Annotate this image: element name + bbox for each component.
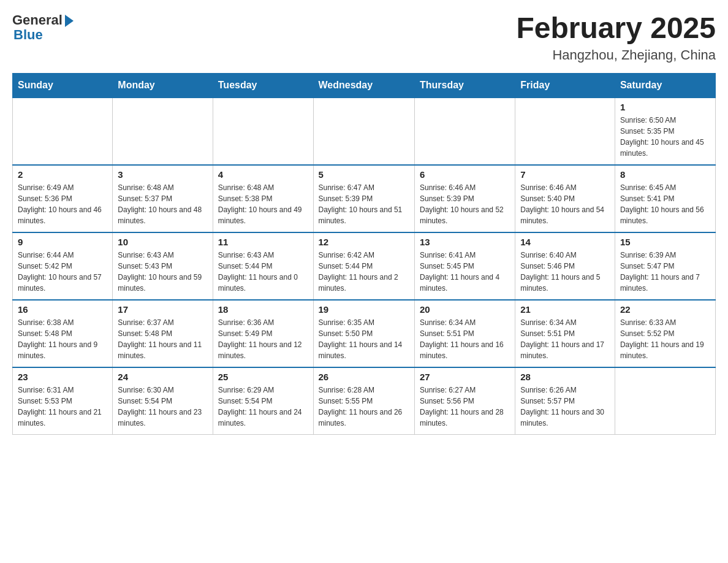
day-info: Sunrise: 6:26 AM Sunset: 5:57 PM Dayligh…: [520, 385, 610, 429]
calendar-cell-4-2: 25Sunrise: 6:29 AM Sunset: 5:54 PM Dayli…: [213, 367, 313, 435]
day-info: Sunrise: 6:43 AM Sunset: 5:43 PM Dayligh…: [118, 250, 207, 294]
calendar-cell-0-3: [313, 98, 414, 165]
calendar-cell-1-0: 2Sunrise: 6:49 AM Sunset: 5:36 PM Daylig…: [13, 165, 113, 232]
day-info: Sunrise: 6:50 AM Sunset: 5:35 PM Dayligh…: [620, 115, 710, 159]
day-info: Sunrise: 6:48 AM Sunset: 5:38 PM Dayligh…: [218, 182, 308, 226]
day-number: 5: [319, 169, 409, 180]
day-number: 17: [118, 304, 207, 315]
calendar-cell-3-2: 18Sunrise: 6:36 AM Sunset: 5:49 PM Dayli…: [213, 300, 313, 367]
day-info: Sunrise: 6:48 AM Sunset: 5:37 PM Dayligh…: [118, 182, 207, 226]
col-saturday: Saturday: [615, 73, 715, 98]
logo-general-text: General: [12, 12, 63, 28]
calendar-cell-2-0: 9Sunrise: 6:44 AM Sunset: 5:42 PM Daylig…: [13, 232, 113, 300]
day-info: Sunrise: 6:47 AM Sunset: 5:39 PM Dayligh…: [319, 182, 409, 226]
day-info: Sunrise: 6:40 AM Sunset: 5:46 PM Dayligh…: [520, 250, 610, 294]
calendar-cell-3-4: 20Sunrise: 6:34 AM Sunset: 5:51 PM Dayli…: [414, 300, 515, 367]
calendar-cell-4-0: 23Sunrise: 6:31 AM Sunset: 5:53 PM Dayli…: [13, 367, 113, 435]
day-info: Sunrise: 6:49 AM Sunset: 5:36 PM Dayligh…: [18, 182, 107, 226]
day-info: Sunrise: 6:37 AM Sunset: 5:48 PM Dayligh…: [118, 317, 207, 361]
calendar-cell-2-2: 11Sunrise: 6:43 AM Sunset: 5:44 PM Dayli…: [213, 232, 313, 300]
day-info: Sunrise: 6:31 AM Sunset: 5:53 PM Dayligh…: [18, 385, 107, 429]
day-info: Sunrise: 6:29 AM Sunset: 5:54 PM Dayligh…: [218, 385, 308, 429]
calendar-header-row: Sunday Monday Tuesday Wednesday Thursday…: [13, 73, 716, 98]
calendar-cell-4-5: 28Sunrise: 6:26 AM Sunset: 5:57 PM Dayli…: [515, 367, 615, 435]
day-number: 23: [18, 372, 107, 382]
calendar-cell-2-4: 13Sunrise: 6:41 AM Sunset: 5:45 PM Dayli…: [414, 232, 515, 300]
day-number: 26: [319, 372, 409, 382]
week-row-5: 23Sunrise: 6:31 AM Sunset: 5:53 PM Dayli…: [13, 367, 716, 435]
day-info: Sunrise: 6:27 AM Sunset: 5:56 PM Dayligh…: [420, 385, 510, 429]
day-info: Sunrise: 6:41 AM Sunset: 5:45 PM Dayligh…: [420, 250, 510, 294]
day-number: 14: [520, 237, 610, 247]
day-number: 1: [620, 102, 710, 112]
day-number: 20: [420, 304, 510, 315]
calendar-cell-0-2: [213, 98, 313, 165]
calendar-cell-3-6: 22Sunrise: 6:33 AM Sunset: 5:52 PM Dayli…: [615, 300, 715, 367]
calendar-cell-2-6: 15Sunrise: 6:39 AM Sunset: 5:47 PM Dayli…: [615, 232, 715, 300]
calendar-cell-1-5: 7Sunrise: 6:46 AM Sunset: 5:40 PM Daylig…: [515, 165, 615, 232]
day-number: 13: [420, 237, 510, 247]
day-number: 11: [218, 237, 308, 247]
page-header: General Blue February 2025 Hangzhou, Zhe…: [12, 12, 716, 63]
day-info: Sunrise: 6:30 AM Sunset: 5:54 PM Dayligh…: [118, 385, 207, 429]
calendar-cell-0-1: [113, 98, 213, 165]
day-number: 28: [520, 372, 610, 382]
col-sunday: Sunday: [13, 73, 113, 98]
calendar-table: Sunday Monday Tuesday Wednesday Thursday…: [12, 73, 716, 435]
calendar-cell-2-3: 12Sunrise: 6:42 AM Sunset: 5:44 PM Dayli…: [313, 232, 414, 300]
week-row-1: 1Sunrise: 6:50 AM Sunset: 5:35 PM Daylig…: [13, 98, 716, 165]
calendar-cell-0-5: [515, 98, 615, 165]
calendar-cell-4-4: 27Sunrise: 6:27 AM Sunset: 5:56 PM Dayli…: [414, 367, 515, 435]
location-subtitle: Hangzhou, Zhejiang, China: [516, 47, 716, 63]
calendar-cell-3-5: 21Sunrise: 6:34 AM Sunset: 5:51 PM Dayli…: [515, 300, 615, 367]
col-tuesday: Tuesday: [213, 73, 313, 98]
day-number: 2: [18, 169, 107, 180]
logo-arrow-icon: [65, 15, 74, 27]
calendar-cell-4-6: [615, 367, 715, 435]
calendar-cell-1-2: 4Sunrise: 6:48 AM Sunset: 5:38 PM Daylig…: [213, 165, 313, 232]
day-info: Sunrise: 6:38 AM Sunset: 5:48 PM Dayligh…: [18, 317, 107, 361]
title-block: February 2025 Hangzhou, Zhejiang, China: [516, 12, 716, 63]
day-info: Sunrise: 6:39 AM Sunset: 5:47 PM Dayligh…: [620, 250, 710, 294]
day-number: 22: [620, 304, 710, 315]
day-number: 24: [118, 372, 207, 382]
day-number: 18: [218, 304, 308, 315]
day-info: Sunrise: 6:42 AM Sunset: 5:44 PM Dayligh…: [319, 250, 409, 294]
day-info: Sunrise: 6:46 AM Sunset: 5:39 PM Dayligh…: [420, 182, 510, 226]
day-info: Sunrise: 6:46 AM Sunset: 5:40 PM Dayligh…: [520, 182, 610, 226]
calendar-cell-1-1: 3Sunrise: 6:48 AM Sunset: 5:37 PM Daylig…: [113, 165, 213, 232]
day-number: 8: [620, 169, 710, 180]
week-row-2: 2Sunrise: 6:49 AM Sunset: 5:36 PM Daylig…: [13, 165, 716, 232]
col-monday: Monday: [113, 73, 213, 98]
month-year-title: February 2025: [516, 12, 716, 45]
day-number: 15: [620, 237, 710, 247]
day-info: Sunrise: 6:35 AM Sunset: 5:50 PM Dayligh…: [319, 317, 409, 361]
calendar-cell-1-4: 6Sunrise: 6:46 AM Sunset: 5:39 PM Daylig…: [414, 165, 515, 232]
day-info: Sunrise: 6:33 AM Sunset: 5:52 PM Dayligh…: [620, 317, 710, 361]
calendar-cell-4-3: 26Sunrise: 6:28 AM Sunset: 5:55 PM Dayli…: [313, 367, 414, 435]
week-row-3: 9Sunrise: 6:44 AM Sunset: 5:42 PM Daylig…: [13, 232, 716, 300]
calendar-cell-2-5: 14Sunrise: 6:40 AM Sunset: 5:46 PM Dayli…: [515, 232, 615, 300]
col-wednesday: Wednesday: [313, 73, 414, 98]
day-info: Sunrise: 6:34 AM Sunset: 5:51 PM Dayligh…: [520, 317, 610, 361]
day-info: Sunrise: 6:43 AM Sunset: 5:44 PM Dayligh…: [218, 250, 308, 294]
col-thursday: Thursday: [414, 73, 515, 98]
day-info: Sunrise: 6:45 AM Sunset: 5:41 PM Dayligh…: [620, 182, 710, 226]
calendar-cell-4-1: 24Sunrise: 6:30 AM Sunset: 5:54 PM Dayli…: [113, 367, 213, 435]
day-info: Sunrise: 6:28 AM Sunset: 5:55 PM Dayligh…: [319, 385, 409, 429]
day-number: 21: [520, 304, 610, 315]
day-number: 7: [520, 169, 610, 180]
calendar-cell-3-1: 17Sunrise: 6:37 AM Sunset: 5:48 PM Dayli…: [113, 300, 213, 367]
day-number: 19: [319, 304, 409, 315]
week-row-4: 16Sunrise: 6:38 AM Sunset: 5:48 PM Dayli…: [13, 300, 716, 367]
day-number: 25: [218, 372, 308, 382]
day-number: 6: [420, 169, 510, 180]
calendar-cell-3-0: 16Sunrise: 6:38 AM Sunset: 5:48 PM Dayli…: [13, 300, 113, 367]
day-info: Sunrise: 6:36 AM Sunset: 5:49 PM Dayligh…: [218, 317, 308, 361]
calendar-cell-3-3: 19Sunrise: 6:35 AM Sunset: 5:50 PM Dayli…: [313, 300, 414, 367]
calendar-cell-1-3: 5Sunrise: 6:47 AM Sunset: 5:39 PM Daylig…: [313, 165, 414, 232]
day-number: 9: [18, 237, 107, 247]
day-info: Sunrise: 6:44 AM Sunset: 5:42 PM Dayligh…: [18, 250, 107, 294]
day-number: 16: [18, 304, 107, 315]
logo: General Blue: [12, 12, 74, 43]
